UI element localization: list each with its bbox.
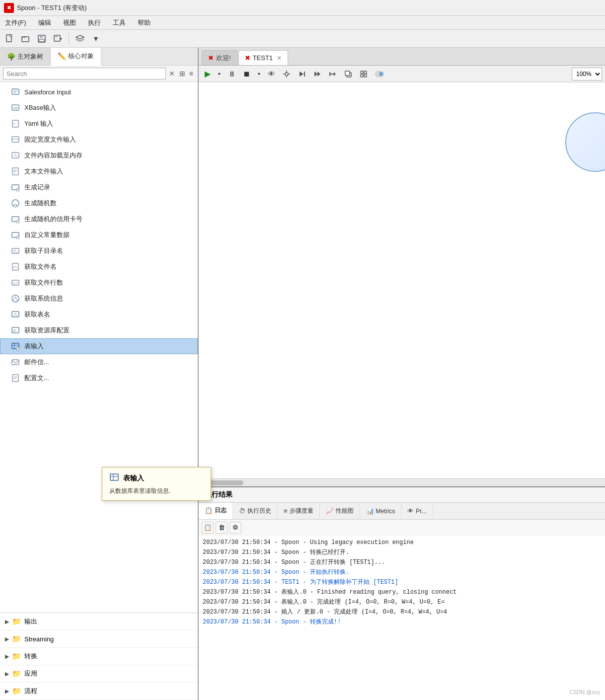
list-item[interactable]: 自定义常量数据: [0, 227, 198, 243]
svg-rect-62: [364, 75, 367, 77]
svg-text:Y: Y: [13, 123, 15, 126]
list-item[interactable]: 生成随机的信用卡号: [0, 211, 198, 227]
svg-point-27: [16, 220, 19, 223]
search-input[interactable]: [3, 68, 166, 79]
tab-test1-close[interactable]: ✕: [277, 55, 282, 62]
svg-rect-19: [12, 168, 18, 175]
config-icon: [10, 373, 20, 383]
skip-button[interactable]: [310, 68, 324, 80]
inject-button[interactable]: [326, 68, 340, 80]
title-text: Spoon - TEST1 (有变动): [17, 3, 87, 12]
list-item[interactable]: 获取文件名: [0, 259, 198, 275]
steps-icon: ≡: [284, 507, 288, 515]
run-dropdown[interactable]: ▾: [215, 68, 224, 80]
stop-button[interactable]: ⏹: [240, 68, 253, 80]
new-button[interactable]: [3, 32, 17, 46]
copy-button[interactable]: [341, 68, 355, 80]
stop-dropdown[interactable]: ▾: [255, 68, 263, 80]
svg-rect-59: [361, 71, 363, 74]
svg-rect-9: [12, 89, 19, 94]
pause-button[interactable]: ⏸: [225, 68, 238, 80]
results-tab-preview[interactable]: 👁 Pr...: [401, 503, 433, 519]
group-transform[interactable]: ▶ 📁 转换: [0, 648, 198, 665]
results-tab-log[interactable]: 📋 日志: [199, 503, 233, 519]
layers-button[interactable]: [73, 32, 87, 46]
dropdown-button[interactable]: ▾: [89, 32, 103, 46]
group-app[interactable]: ▶ 📁 应用: [0, 665, 198, 683]
constant-data-icon: [10, 230, 20, 240]
list-item-tableinput[interactable]: 表输入: [0, 338, 198, 354]
search-grid-icon[interactable]: ⊞: [178, 69, 187, 78]
runstep-button[interactable]: [295, 68, 309, 80]
menu-file[interactable]: 文件(F): [3, 17, 28, 28]
list-item[interactable]: 122 获取文件行数: [0, 275, 198, 291]
tree-list: Salesforce Input DB XBase输入 Y Yaml 输入 固定…: [0, 82, 198, 613]
list-item[interactable]: 获取表名: [0, 307, 198, 322]
menu-help[interactable]: 帮助: [136, 17, 152, 28]
run-button[interactable]: ▶: [202, 68, 214, 80]
tab-main-tree[interactable]: 🌳 主对象树: [0, 48, 51, 65]
xbase-icon: DB: [10, 103, 20, 113]
mail-icon: [10, 357, 20, 367]
tab-core-objects[interactable]: ✏️ 核心对象: [51, 48, 101, 66]
canvas-hscrollbar[interactable]: [199, 478, 605, 486]
tab-test1[interactable]: ✖ TEST1 ✕: [238, 50, 288, 65]
main-layout: 🌳 主对象树 ✏️ 核心对象 ✕ ⊞ ≡ Salesforce Inp: [0, 48, 605, 700]
group-streaming[interactable]: ▶ 📁 Streaming: [0, 630, 198, 648]
bottom-groups: ▶ 📁 输出 ▶ 📁 Streaming ▶ 📁 转换 ▶ 📁 应用 ▶: [0, 613, 198, 700]
list-item[interactable]: 获取子目录名: [0, 243, 198, 259]
svg-text:122: 122: [12, 282, 18, 285]
preview-button[interactable]: 👁: [265, 68, 278, 80]
list-item[interactable]: Salesforce Input: [0, 84, 198, 100]
menu-tools[interactable]: 工具: [111, 17, 128, 28]
list-item[interactable]: 固定宽度文件输入: [0, 132, 198, 148]
browse-button[interactable]: [357, 68, 371, 80]
list-item[interactable]: 生成随机数: [0, 195, 198, 211]
canvas-area[interactable]: [199, 82, 605, 478]
list-item[interactable]: DB XBase输入: [0, 100, 198, 116]
svg-marker-55: [334, 72, 336, 76]
menu-view[interactable]: 视图: [61, 17, 78, 28]
configure-button[interactable]: [280, 68, 294, 80]
results-copy-btn[interactable]: 📋: [202, 522, 214, 534]
list-item[interactable]: 文本文件输入: [0, 163, 198, 179]
list-item[interactable]: 获取资源库配置: [0, 322, 198, 338]
saveas-button[interactable]: [51, 32, 65, 46]
results-settings-btn[interactable]: ⚙: [229, 522, 241, 534]
search-list-icon[interactable]: ≡: [188, 69, 195, 78]
results-tab-perf[interactable]: 📈 性能图: [320, 503, 360, 519]
menu-run[interactable]: 执行: [86, 17, 103, 28]
results-panel: 执行结果 📋 日志 ⏱ 执行历史 ≡ 步骤度量: [199, 486, 605, 700]
list-item[interactable]: 配置文...: [0, 370, 198, 386]
list-item[interactable]: 邮件信...: [0, 354, 198, 370]
results-delete-btn[interactable]: 🗑: [216, 522, 227, 534]
watermark: CSDN @zcy: [569, 689, 600, 695]
menu-edit[interactable]: 编辑: [36, 17, 53, 28]
svg-marker-50: [300, 72, 303, 77]
group-flow[interactable]: ▶ 📁 流程: [0, 683, 198, 700]
open-button[interactable]: [19, 32, 33, 46]
list-item[interactable]: 获取系统信息: [0, 291, 198, 307]
list-item[interactable]: Y Yaml 输入: [0, 116, 198, 132]
svg-rect-65: [110, 474, 118, 480]
group-output[interactable]: ▶ 📁 输出: [0, 613, 198, 630]
repoconfig-icon: [10, 325, 20, 335]
log-line: 2023/07/30 21:50:34 - TEST1 - 为了转换解除补丁开始…: [203, 577, 601, 587]
save-button[interactable]: [35, 32, 49, 46]
list-item[interactable]: 文件内容加载至内存: [0, 148, 198, 163]
results-tab-history[interactable]: ⏱ 执行历史: [233, 503, 278, 519]
log-icon: 📋: [205, 507, 213, 514]
log-area: 2023/07/30 21:50:34 - Spoon - Using lega…: [199, 536, 605, 700]
svg-point-40: [16, 347, 19, 350]
main-tree-icon: 🌳: [7, 53, 15, 61]
toggle-button[interactable]: [372, 68, 387, 80]
random-number-icon: [10, 198, 20, 208]
results-tab-steps[interactable]: ≡ 步骤度量: [278, 503, 320, 519]
search-clear-icon[interactable]: ✕: [168, 69, 176, 78]
list-item[interactable]: 生成记录: [0, 179, 198, 195]
svg-point-23: [16, 188, 19, 191]
zoom-select[interactable]: 50% 75% 100% 125% 150% 200%: [572, 68, 602, 80]
tab-welcome[interactable]: ✖ 欢迎!: [202, 50, 237, 65]
panel-tabs: 🌳 主对象树 ✏️ 核心对象: [0, 48, 198, 66]
results-tab-metrics[interactable]: 📊 Metrics: [360, 503, 402, 519]
